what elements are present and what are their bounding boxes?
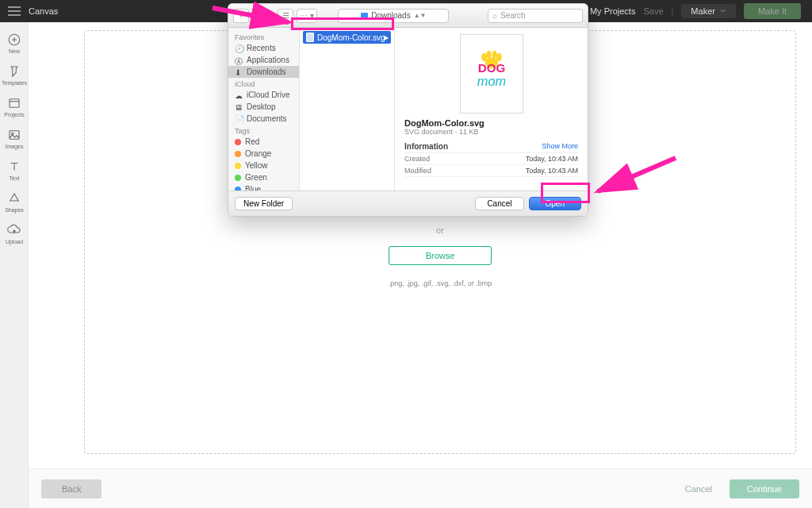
- rail-label: New: [9, 48, 20, 54]
- rail-shapes[interactable]: Shapes: [0, 186, 29, 217]
- cancel-button[interactable]: Cancel: [677, 479, 720, 498]
- sidebar-item-label: Documents: [247, 114, 287, 123]
- rail-new[interactable]: New: [0, 27, 29, 59]
- location-label: Downloads: [371, 11, 410, 20]
- svg-line-11: [213, 8, 289, 22]
- rail-text[interactable]: Text: [0, 154, 29, 186]
- menu-button[interactable]: [0, 0, 29, 22]
- sidebar-heading-icloud: iCloud: [228, 78, 299, 89]
- svg-text:mom: mom: [477, 74, 505, 88]
- rail-label: Templates: [2, 80, 27, 86]
- rail-label: Images: [6, 144, 24, 149]
- svg-point-5: [481, 53, 487, 62]
- folder-icon: [361, 13, 368, 18]
- supported-formats: .png, .jpg, .gif, .svg, .dxf, or .bmp: [389, 279, 492, 287]
- svg-rect-1: [10, 98, 19, 107]
- make-it-button[interactable]: Make It: [744, 3, 801, 19]
- finder-search[interactable]: ⌕ Search: [488, 9, 583, 23]
- tag-dot-icon: [235, 139, 241, 145]
- svg-text:DOG: DOG: [477, 61, 505, 75]
- tag-dot-icon: [235, 163, 241, 169]
- sidebar-heading-tags: Tags: [228, 125, 299, 136]
- downloads-icon: ⬇: [235, 68, 243, 76]
- rail-label: Shapes: [5, 207, 24, 213]
- svg-point-7: [486, 51, 491, 58]
- svg-point-6: [496, 53, 501, 62]
- tag-blue[interactable]: Blue: [228, 183, 299, 190]
- rail-templates[interactable]: Templates: [0, 59, 29, 90]
- tag-green[interactable]: Green: [228, 171, 299, 183]
- search-icon: ⌕: [492, 11, 497, 20]
- back-button[interactable]: Back: [41, 479, 102, 498]
- sidebar-item-label: Applications: [247, 56, 289, 64]
- rail-upload[interactable]: Upload: [0, 217, 29, 249]
- search-placeholder: Search: [500, 11, 526, 20]
- separator: |: [672, 6, 674, 16]
- chevron-down-icon: ﹀: [720, 7, 726, 16]
- preview-info-heading: Information: [404, 142, 448, 151]
- sidebar-item-icloud-drive[interactable]: ☁iCloud Drive: [228, 89, 299, 101]
- documents-icon: 📄: [235, 115, 243, 123]
- rail-images[interactable]: Images: [0, 122, 29, 154]
- svg-line-12: [598, 158, 676, 191]
- finder-sidebar: Favorites 🕘Recents ⒶApplications ⬇Downlo…: [228, 28, 300, 190]
- browse-button[interactable]: Browse: [389, 246, 492, 265]
- machine-select[interactable]: Maker ﹀: [681, 4, 736, 18]
- finder-footer: New Folder Cancel Open: [228, 190, 588, 216]
- sidebar-item-label: Blue: [245, 185, 261, 190]
- tag-dot-icon: [235, 151, 241, 157]
- sidebar-item-label: Yellow: [245, 161, 268, 170]
- tag-orange[interactable]: Orange: [228, 148, 299, 160]
- sidebar-item-label: Green: [245, 173, 267, 182]
- sidebar-item-documents[interactable]: 📄Documents: [228, 113, 299, 125]
- finder-cancel-button[interactable]: Cancel: [475, 197, 523, 210]
- finder-open-button[interactable]: Open: [529, 197, 581, 210]
- new-folder-button[interactable]: New Folder: [235, 197, 293, 210]
- page-title: Canvas: [29, 6, 124, 16]
- tag-dot-icon: [235, 187, 241, 191]
- left-rail: New Templates Projects Images Text Shape…: [0, 22, 29, 508]
- annotation-arrow-file: [206, 0, 309, 32]
- sidebar-item-desktop[interactable]: 🖥Desktop: [228, 101, 299, 113]
- continue-button[interactable]: Continue: [730, 479, 799, 498]
- preview-thumbnail: DOG mom: [460, 34, 523, 114]
- updown-icon: ▲▼: [414, 12, 427, 19]
- apps-icon: Ⓐ: [235, 56, 243, 64]
- location-popup[interactable]: Downloads ▲▼: [338, 9, 449, 23]
- rail-projects[interactable]: Projects: [0, 90, 29, 122]
- preview-filename: DogMom-Color.svg: [404, 118, 578, 128]
- my-projects-link[interactable]: My Projects: [590, 6, 635, 16]
- tag-dot-icon: [235, 175, 241, 181]
- save-button[interactable]: Save: [643, 6, 663, 16]
- file-icon: [306, 33, 314, 42]
- sidebar-item-downloads[interactable]: ⬇Downloads: [228, 66, 299, 78]
- sidebar-item-label: Downloads: [247, 67, 285, 76]
- machine-label: Maker: [691, 6, 715, 16]
- created-value: Today, 10:43 AM: [526, 155, 578, 163]
- sidebar-item-label: Orange: [245, 149, 271, 158]
- svg-point-8: [492, 51, 496, 58]
- sidebar-item-label: Red: [245, 137, 259, 146]
- cloud-icon: ☁: [235, 91, 243, 99]
- sidebar-item-label: Recents: [247, 44, 276, 52]
- file-name: DogMom-Color.svg: [317, 33, 385, 42]
- show-more-link[interactable]: Show More: [542, 142, 578, 151]
- rail-label: Upload: [6, 239, 23, 244]
- sidebar-heading-favorites: Favorites: [228, 31, 299, 42]
- svg-rect-2: [10, 130, 19, 139]
- file-row-selected[interactable]: DogMom-Color.svg: [303, 31, 391, 44]
- tag-yellow[interactable]: Yellow: [228, 160, 299, 171]
- sidebar-item-applications[interactable]: ⒶApplications: [228, 54, 299, 66]
- sidebar-item-label: Desktop: [247, 102, 276, 111]
- clock-icon: 🕘: [235, 44, 243, 52]
- dropzone-or: or: [436, 225, 444, 235]
- finder-preview-pane: DOG mom DogMom-Color.svg SVG document - …: [395, 28, 588, 190]
- modified-label: Modified: [404, 167, 431, 175]
- modified-value: Today, 10:43 AM: [526, 167, 578, 175]
- desktop-icon: 🖥: [235, 103, 243, 111]
- created-label: Created: [404, 155, 430, 163]
- sidebar-item-recents[interactable]: 🕘Recents: [228, 42, 299, 54]
- sidebar-item-label: iCloud Drive: [247, 90, 289, 99]
- tag-red[interactable]: Red: [228, 136, 299, 148]
- preview-filekind: SVG document - 11 KB: [404, 128, 578, 136]
